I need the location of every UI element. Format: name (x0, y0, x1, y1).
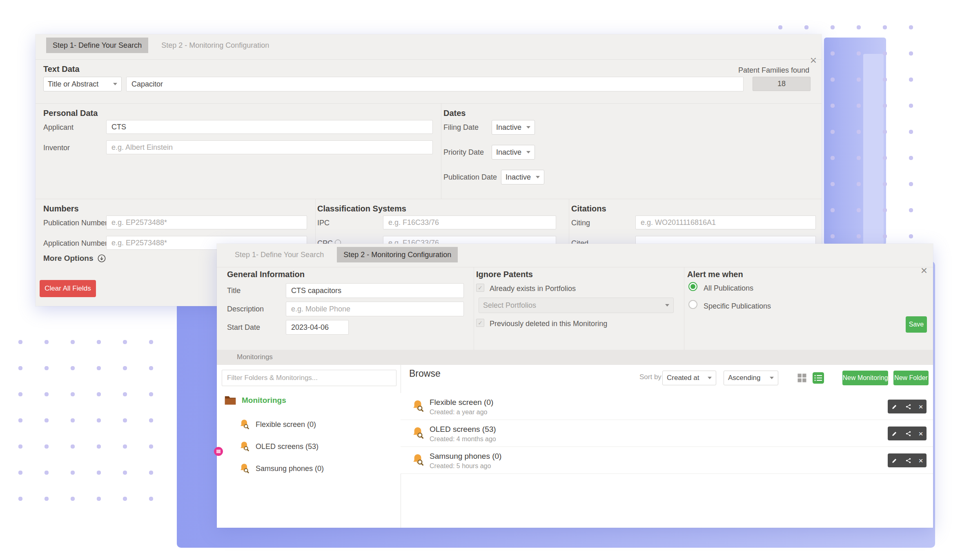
delete-icon[interactable]: × (919, 457, 923, 464)
save-button[interactable]: Save (906, 316, 927, 333)
chevron-down-icon (526, 126, 530, 129)
start-date-input[interactable] (286, 320, 349, 335)
monitoring-row-oled-screens[interactable]: OLED screens (53) Created: 4 months ago … (401, 420, 933, 447)
more-options-button[interactable]: More Options (43, 254, 106, 263)
edit-pencil-icon[interactable] (891, 430, 898, 437)
inventor-input[interactable] (106, 140, 433, 154)
row-created: Created: 4 months ago (430, 435, 496, 443)
portfolio-exists-checkbox[interactable] (476, 284, 484, 292)
tab-step2-monitoring-config[interactable]: Step 2 - Monitoring Configuration (337, 247, 458, 262)
new-folder-button[interactable]: New Folder (893, 371, 929, 385)
title-input[interactable] (286, 283, 464, 298)
specific-publications-label: Specific Publications (704, 302, 771, 311)
filter-monitorings-input[interactable] (222, 370, 396, 386)
all-publications-radio[interactable] (688, 282, 697, 291)
tree-root-label: Monitorings (242, 396, 286, 405)
description-input[interactable] (286, 302, 464, 316)
filing-date-value: Inactive (496, 123, 521, 132)
filing-date-select[interactable]: Inactive (492, 120, 535, 135)
application-number-label: Application Number (43, 239, 107, 248)
ignore-patents-heading: Ignore Patents (476, 270, 533, 279)
monitoring-tabbar: Step 1- Define Your Search Step 2 - Moni… (228, 247, 458, 262)
bell-search-icon (238, 418, 250, 431)
tree-item-label: OLED screens (53) (256, 442, 318, 451)
tree-item-oled-screens[interactable]: OLED screens (53) (238, 440, 318, 453)
start-date-label: Start Date (227, 323, 260, 332)
tree-root-monitorings[interactable]: Monitorings (224, 395, 286, 405)
row-actions: × (888, 427, 927, 440)
chevron-down-icon (708, 377, 712, 379)
publication-number-input[interactable] (106, 216, 307, 229)
delete-icon[interactable]: × (919, 403, 923, 411)
patent-families-label: Patent Families found (738, 66, 809, 75)
bell-search-icon (410, 399, 425, 413)
text-field-select-value: Title or Abstract (48, 80, 98, 89)
sort-field-value: Created at (667, 374, 699, 382)
text-field-select[interactable]: Title or Abstract (43, 77, 122, 91)
tree-item-label: Flexible screen (0) (256, 420, 316, 429)
divider (36, 103, 822, 104)
publication-date-label: Publication Date (443, 173, 497, 182)
share-icon[interactable] (905, 403, 912, 410)
divider (684, 267, 684, 350)
folder-icon (224, 395, 236, 405)
all-publications-label: All Publications (704, 284, 753, 293)
tab-step2-monitoring-config[interactable]: Step 2 - Monitoring Configuration (155, 38, 276, 53)
circle-down-icon (97, 254, 106, 263)
applicant-label: Applicant (43, 123, 74, 132)
monitoring-row-flexible-screen[interactable]: Flexible screen (0) Created: a year ago … (401, 393, 933, 420)
priority-date-select[interactable]: Inactive (492, 145, 535, 160)
tree-item-flexible-screen[interactable]: Flexible screen (0) (238, 418, 316, 431)
monitoring-row-samsung-phones[interactable]: Samsung phones (0) Created: 5 hours ago … (401, 447, 933, 474)
monitoring-panel: Step 1- Define Your Search Step 2 - Moni… (217, 244, 933, 528)
select-portfolios-dropdown: Select Portfolios (479, 298, 674, 313)
bell-search-icon (410, 426, 425, 440)
tree-item-samsung-phones[interactable]: Samsung phones (0) (238, 462, 324, 475)
share-icon[interactable] (905, 430, 912, 437)
publication-date-value: Inactive (506, 173, 531, 182)
numbers-heading: Numbers (43, 204, 79, 213)
delete-icon[interactable]: × (919, 430, 923, 438)
portfolio-exists-label: Already exists in Portfolios (490, 284, 576, 293)
edit-pencil-icon[interactable] (891, 403, 898, 410)
tab-step1-define-search[interactable]: Step 1- Define Your Search (46, 38, 148, 53)
search-tabbar: Step 1- Define Your Search Step 2 - Moni… (46, 38, 276, 53)
row-title: Samsung phones (0) (430, 452, 501, 461)
patent-families-count: 18 (753, 77, 811, 91)
publication-date-select[interactable]: Inactive (501, 170, 544, 184)
title-label: Title (227, 287, 241, 295)
new-monitoring-button[interactable]: New Monitoring (842, 371, 888, 385)
edit-pencil-icon[interactable] (891, 457, 898, 464)
priority-date-label: Priority Date (443, 148, 484, 157)
sort-field-select[interactable]: Created at (662, 371, 716, 385)
classification-heading: Classification Systems (317, 204, 406, 213)
specific-publications-radio[interactable] (688, 300, 697, 309)
ipc-input[interactable] (383, 216, 556, 229)
citing-label: Citing (571, 219, 590, 227)
sort-order-select[interactable]: Ascending (724, 371, 778, 385)
citing-input[interactable] (635, 216, 816, 229)
chevron-down-icon (113, 83, 117, 85)
chevron-down-icon (536, 176, 540, 178)
bell-search-icon (238, 462, 250, 475)
list-view-icon[interactable] (813, 372, 824, 384)
breadcrumb[interactable]: Monitorings (237, 353, 273, 361)
dates-heading: Dates (443, 109, 466, 118)
previously-deleted-checkbox[interactable] (476, 319, 484, 327)
divider (441, 103, 441, 199)
search-query-input[interactable] (126, 77, 744, 91)
share-icon[interactable] (905, 457, 912, 464)
divider (36, 59, 822, 60)
clear-all-fields-button[interactable]: Clear All Fields (40, 280, 96, 297)
decor-dots-bottom-left (7, 329, 164, 513)
feedback-badge[interactable] (214, 447, 223, 456)
close-icon[interactable]: × (810, 56, 817, 65)
bell-search-icon (238, 440, 250, 453)
grid-view-icon[interactable] (796, 372, 808, 384)
select-portfolios-placeholder: Select Portfolios (483, 301, 536, 310)
inventor-label: Inventor (43, 144, 70, 152)
publication-number-label: Publication Number (43, 219, 107, 227)
row-created: Created: 5 hours ago (430, 462, 491, 470)
applicant-input[interactable] (106, 120, 433, 134)
tab-step1-define-search[interactable]: Step 1- Define Your Search (228, 247, 330, 262)
